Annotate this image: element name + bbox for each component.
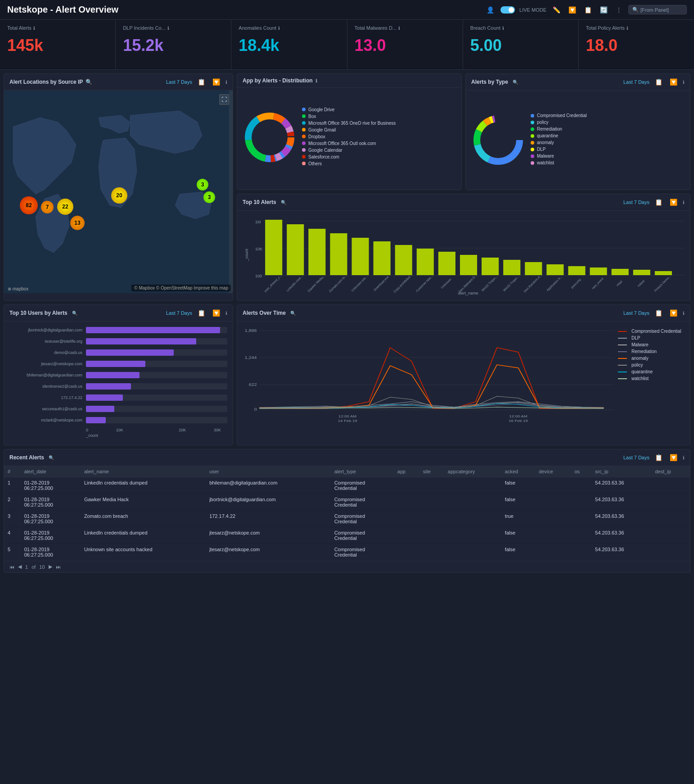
live-mode-toggle[interactable] [500, 6, 515, 14]
page-last-icon[interactable]: ⏭ [56, 564, 61, 570]
top10-users-time[interactable]: Last 7 Days [166, 310, 192, 316]
map-container: 82 7 22 13 20 3 3 ⛶ ⊕ mapbox © Mapbox © … [4, 91, 233, 293]
cluster-3b[interactable]: 3 [203, 191, 215, 203]
metric-label-0: Total Alerts ℹ [7, 25, 108, 31]
app-dist-info-icon[interactable]: ℹ [315, 78, 317, 83]
svg-rect-33 [460, 255, 477, 275]
svg-text:mlad: mlad [616, 280, 623, 287]
alerts-time-info-icon[interactable]: ℹ [683, 311, 685, 316]
top10-users-filter-icon[interactable]: 🔽 [211, 308, 222, 317]
search-box[interactable]: 🔍 [From Panel] [628, 5, 687, 14]
top10-alerts-info-icon[interactable]: ℹ [683, 200, 685, 205]
svg-text:Gen.Random.A...: Gen.Random.A... [523, 274, 542, 293]
metric-value-1: 15.2k [123, 36, 224, 55]
info-icon-2[interactable]: ℹ [278, 26, 280, 31]
more-icon[interactable]: ⋮ [614, 5, 624, 14]
recent-alerts-info-icon[interactable]: ℹ [683, 455, 685, 460]
copy-icon[interactable]: 📋 [582, 5, 594, 14]
alerts-type-donut [471, 113, 525, 167]
page-title: Netskope - Alert Overview [7, 5, 118, 15]
svg-rect-31 [417, 249, 434, 275]
info-icon-0[interactable]: ℹ [33, 26, 35, 31]
recent-alerts-filter-icon[interactable]: 🔽 [668, 453, 679, 462]
top10-alerts-time[interactable]: Last 7 Days [623, 199, 649, 205]
table-row: 4 01-28-201906:27:25.000 LinkedIn creden… [4, 527, 690, 544]
col-os[interactable]: os [571, 466, 591, 477]
map-filter-icon[interactable]: 🔽 [211, 77, 222, 86]
alerts-type-info-icon[interactable]: ℹ [683, 80, 685, 85]
user-icon[interactable]: 👤 [485, 5, 496, 14]
col-name[interactable]: alert_name [81, 466, 206, 477]
cluster-22[interactable]: 22 [57, 199, 73, 215]
info-icon-4[interactable]: ℹ [502, 26, 504, 31]
page-next-icon[interactable]: ▶ [49, 564, 52, 570]
top10-users-info-icon[interactable]: ℹ [225, 311, 227, 316]
map-time-filter[interactable]: Last 7 Days [166, 79, 192, 85]
alerts-time-filter[interactable]: Last 7 Days [623, 310, 649, 316]
info-icon-5[interactable]: ℹ [626, 26, 628, 31]
header: Netskope - Alert Overview 👤 LIVE MODE ✏️… [0, 0, 694, 20]
alerts-type-search-icon[interactable]: 🔍 [511, 79, 520, 86]
cluster-7[interactable]: 7 [41, 201, 54, 213]
col-user[interactable]: user [206, 466, 331, 477]
cluster-3a[interactable]: 3 [197, 179, 208, 190]
svg-point-17 [480, 122, 516, 158]
recent-alerts-copy-icon[interactable]: 📋 [653, 453, 664, 462]
recent-alerts-time[interactable]: Last 7 Days [623, 455, 649, 460]
top10-users-copy-icon[interactable]: 📋 [196, 308, 207, 317]
alerts-time-chart-area: 1,866 1,244 622 0 [241, 325, 614, 426]
metric-value-0: 145k [7, 36, 108, 55]
metric-value-3: 13.0 [355, 36, 455, 55]
col-acked[interactable]: acked [501, 466, 535, 477]
svg-text:Download.exe: Download.exe [373, 275, 389, 291]
cluster-82[interactable]: 82 [20, 196, 38, 214]
svg-rect-35 [503, 260, 520, 275]
col-srcip[interactable]: src_ip [591, 466, 651, 477]
recent-alerts-panel: Recent Alerts 🔍 Last 7 Days 📋 🔽 ℹ # aler… [4, 449, 690, 573]
map-info-icon[interactable]: ℹ [225, 80, 227, 85]
svg-text:16 Feb 19: 16 Feb 19 [509, 419, 528, 423]
metric-value-2: 18.4k [239, 36, 339, 55]
col-appcategory[interactable]: appcategory [444, 466, 501, 477]
top10-alerts-panel: Top 10 Alerts 🔍 Last 7 Days 📋 🔽 ℹ 1M 10K… [237, 194, 690, 301]
expand-icon[interactable]: ⛶ [219, 94, 229, 105]
top10-alerts-copy-icon[interactable]: 📋 [653, 198, 664, 207]
map-title: Alert Locations by Source IP [9, 79, 83, 85]
mapbox-credit: © Mapbox © OpenStreetMap Improve this ma… [131, 285, 231, 291]
col-destip[interactable]: dest_ip [651, 466, 690, 477]
map-search-icon[interactable]: 🔍 [86, 79, 92, 85]
user-bar-6: 172.17.4.22 [9, 394, 227, 401]
cluster-13[interactable]: 13 [70, 216, 85, 230]
alerts-type-copy-icon[interactable]: 📋 [653, 77, 664, 86]
col-device[interactable]: device [535, 466, 571, 477]
alerts-type-time[interactable]: Last 7 Days [623, 79, 649, 85]
alerts-time-filter-icon[interactable]: 🔽 [668, 308, 679, 317]
col-type[interactable]: alert_type [331, 466, 394, 477]
app-dist-title: App by Alerts - Distribution [243, 77, 313, 84]
recent-alerts-search-icon[interactable]: 🔍 [47, 454, 56, 461]
refresh-icon[interactable]: 🔄 [598, 5, 609, 14]
page-first-icon[interactable]: ⏮ [9, 564, 14, 570]
cluster-20[interactable]: 20 [111, 187, 127, 204]
user-bar-3: jtesarz@netskope.com [9, 361, 227, 367]
col-app[interactable]: app [394, 466, 419, 477]
page-prev-icon[interactable]: ◀ [18, 564, 22, 570]
col-date[interactable]: alert_date [21, 466, 81, 477]
table-row: 2 01-28-201906:27:25.000 Gawker Media Ha… [4, 494, 690, 511]
map-panel: Alert Locations by Source IP 🔍 Last 7 Da… [4, 73, 233, 301]
alerts-time-legend: Compromised Credential DLP Malware Remed… [614, 325, 686, 426]
col-site[interactable]: site [419, 466, 444, 477]
svg-text:Copy prohibited...: Copy prohibited... [393, 273, 413, 293]
svg-text:10K: 10K [255, 247, 262, 251]
edit-icon[interactable]: ✏️ [551, 5, 562, 14]
info-icon-1[interactable]: ℹ [167, 26, 169, 31]
top10-alerts-filter-icon[interactable]: 🔽 [668, 198, 679, 207]
info-icon-3[interactable]: ℹ [398, 26, 400, 31]
alerts-time-search-icon[interactable]: 🔍 [288, 310, 297, 317]
top10-users-search-icon[interactable]: 🔍 [70, 310, 79, 317]
map-copy-icon[interactable]: 📋 [196, 77, 207, 86]
alerts-type-filter-icon[interactable]: 🔽 [668, 77, 679, 86]
filter-icon[interactable]: 🔽 [567, 5, 578, 14]
alerts-time-copy-icon[interactable]: 📋 [653, 308, 664, 317]
top10-alerts-search-icon[interactable]: 🔍 [279, 199, 288, 206]
